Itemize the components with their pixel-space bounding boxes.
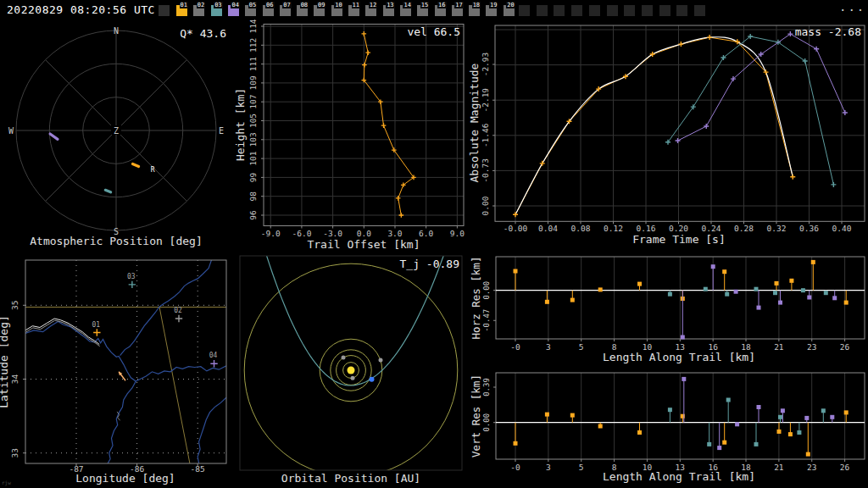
camera-slot-10[interactable]: 10: [331, 5, 342, 16]
station-marker-04: [210, 360, 217, 367]
annotation-tisserand: T_j -0.89: [400, 258, 459, 270]
camera-slot-label: 07: [282, 2, 291, 8]
y-tick-label: -2.19: [481, 88, 490, 113]
camera-slot-label: 18: [472, 2, 481, 8]
y-tick-label: 0.00: [482, 413, 491, 432]
y-tick-label: 0.00: [482, 281, 491, 300]
station-label-03: 03: [127, 273, 136, 280]
data-marker-01: [365, 50, 370, 55]
river-path: [25, 322, 226, 382]
camera-slot-empty[interactable]: [624, 5, 635, 16]
camera-slot-empty[interactable]: [694, 5, 705, 16]
residual-marker-01: [806, 452, 810, 457]
residual-marker-03: [754, 287, 759, 291]
camera-slot-05[interactable]: 05: [245, 5, 256, 16]
x-tick-label: 21: [774, 342, 784, 352]
station-label-01: 01: [92, 321, 101, 329]
annotation-mass: mass -2.68: [795, 25, 861, 38]
residual-marker-03: [821, 408, 826, 413]
camera-slot-15[interactable]: 15: [417, 5, 428, 16]
camera-slot-14[interactable]: 14: [400, 5, 411, 16]
x-tick-label: 5: [579, 342, 584, 352]
camera-slot-01[interactable]: 01: [176, 5, 187, 16]
residual-marker-01: [545, 300, 549, 304]
camera-slot-label: 14: [403, 2, 411, 8]
camera-slot-empty[interactable]: [607, 5, 618, 16]
residual-marker-01: [722, 441, 726, 445]
camera-slot-11[interactable]: 11: [348, 5, 359, 16]
camera-slot-08[interactable]: 08: [297, 5, 308, 16]
camera-slot-06[interactable]: 06: [263, 5, 274, 16]
x-tick-label: -0: [510, 463, 520, 472]
camera-slot-09[interactable]: 09: [314, 5, 325, 16]
menu-ellipsis[interactable]: ...: [839, 0, 865, 14]
camera-slot-label: 04: [231, 2, 239, 8]
camera-slot-04[interactable]: 04: [228, 5, 239, 16]
compass-label-west: W: [8, 126, 14, 136]
residual-marker-04: [832, 296, 837, 300]
residual-marker-04: [735, 422, 739, 426]
camera-slot-empty[interactable]: [589, 5, 600, 16]
data-marker-01: [362, 31, 367, 36]
camera-slot-label: 05: [248, 2, 257, 8]
y-tick-label: 109: [248, 75, 258, 90]
camera-slot-17[interactable]: 17: [452, 5, 463, 16]
meteor-trail-01: [133, 164, 139, 167]
camera-slot-empty[interactable]: [554, 5, 565, 16]
data-marker-01: [513, 212, 518, 217]
camera-slot-empty[interactable]: [642, 5, 653, 16]
compass-label-north: N: [114, 26, 119, 36]
camera-slot-16[interactable]: 16: [435, 5, 446, 16]
camera-slot-02[interactable]: 02: [193, 5, 204, 16]
camera-slot-12[interactable]: 12: [365, 5, 376, 16]
residual-marker-01: [788, 432, 793, 436]
header-bar: 20220829 08:20:56 UTC 010203040506070809…: [0, 0, 868, 21]
camera-slot-20[interactable]: 20: [504, 5, 515, 16]
series-line-01: [364, 34, 414, 215]
orbit-layers: [244, 241, 458, 477]
camera-slot-empty[interactable]: [519, 5, 530, 16]
x-tick-label: 23: [807, 463, 816, 472]
camera-slot-label: 02: [197, 2, 205, 8]
x-tick-label: 0.20: [669, 224, 688, 233]
y-tick-label: 34: [10, 374, 19, 385]
y-tick-label: -1.46: [481, 123, 490, 147]
x-tick-label: 0.40: [832, 224, 852, 233]
residual-marker-03: [778, 415, 782, 419]
camera-slot-07[interactable]: 07: [280, 5, 291, 16]
camera-slot-blank[interactable]: [159, 5, 170, 16]
camera-slot-13[interactable]: 13: [383, 5, 394, 16]
app-window: NSEWZRQ* 43.6Atmospheric Position [deg]-…: [0, 0, 868, 488]
x-tick-label: 5: [579, 463, 584, 472]
camera-slot-empty[interactable]: [659, 5, 670, 16]
residual-marker-04: [717, 446, 721, 450]
residual-marker-01: [598, 424, 603, 429]
y-tick-label: -2.93: [481, 53, 490, 77]
data-marker-01: [540, 161, 545, 166]
x-tick-label: 21: [774, 463, 784, 472]
camera-slot-empty[interactable]: [676, 5, 687, 16]
residual-marker-01: [514, 269, 518, 274]
y-axis-label: Absolute Magnitude: [468, 63, 481, 182]
camera-slot-19[interactable]: 19: [486, 5, 497, 16]
panel-atmospheric-position: NSEWZRQ* 43.6Atmospheric Position [deg]: [8, 26, 226, 247]
camera-slot-label: 10: [334, 2, 342, 8]
camera-slot-18[interactable]: 18: [469, 5, 480, 16]
residual-marker-04: [807, 296, 811, 300]
planet-dot-mercury: [351, 376, 355, 380]
residual-marker-01: [777, 430, 782, 434]
camera-slot-empty[interactable]: [571, 5, 582, 16]
residual-marker-04: [804, 416, 809, 420]
annotation-vel: vel 66.5: [407, 25, 460, 38]
y-tick-label: 103: [248, 132, 258, 147]
station-label-04: 04: [209, 352, 218, 359]
x-axis-label: Longitude [deg]: [75, 472, 175, 485]
river-path: [108, 381, 136, 463]
residual-marker-03: [668, 408, 672, 412]
y-tick-label: 101: [248, 151, 258, 165]
data-marker-04: [814, 47, 819, 52]
x-tick-label: 0.36: [799, 224, 819, 233]
panel-border: [240, 256, 462, 470]
camera-slot-empty[interactable]: [537, 5, 548, 16]
camera-slot-03[interactable]: 03: [211, 5, 222, 16]
